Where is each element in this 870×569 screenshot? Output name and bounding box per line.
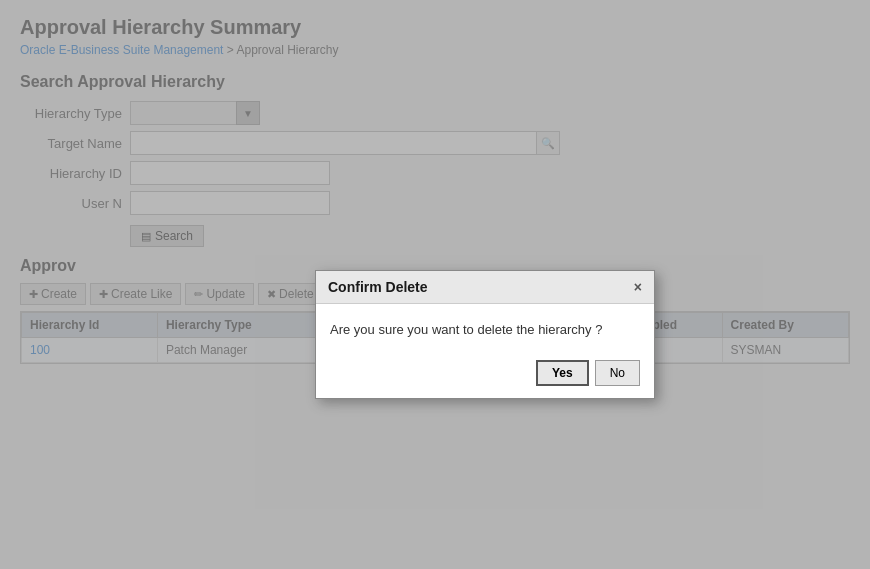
modal-close-button[interactable]: × — [634, 280, 642, 294]
modal-body: Are you sure you want to delete the hier… — [316, 304, 654, 352]
yes-button[interactable]: Yes — [536, 360, 589, 386]
modal-message: Are you sure you want to delete the hier… — [330, 322, 602, 337]
confirm-delete-modal: Confirm Delete × Are you sure you want t… — [315, 270, 655, 399]
modal-title: Confirm Delete — [328, 279, 428, 295]
modal-footer: Yes No — [316, 352, 654, 398]
modal-overlay: Confirm Delete × Are you sure you want t… — [0, 0, 870, 569]
modal-header: Confirm Delete × — [316, 271, 654, 304]
no-button[interactable]: No — [595, 360, 640, 386]
page-container: Approval Hierarchy Summary Oracle E-Busi… — [0, 0, 870, 569]
